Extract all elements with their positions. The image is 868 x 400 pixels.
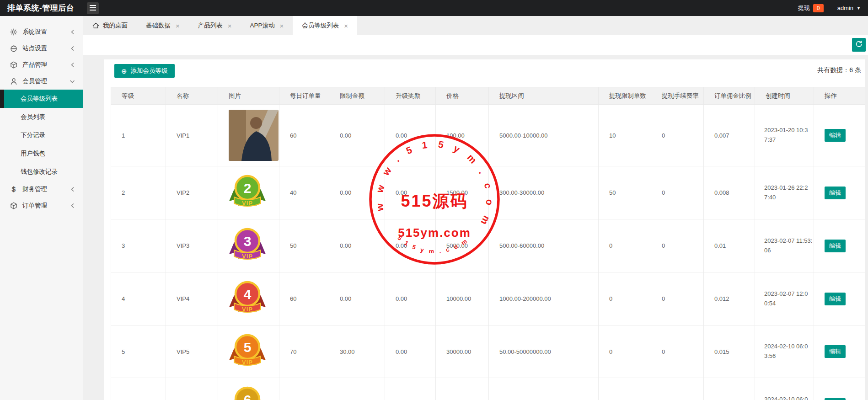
withdraw_limit-cell xyxy=(599,378,651,400)
table-header-row: 等级名称图片每日订单量限制金额升级奖励价格提现区间提现限制单数提现手续费率订单佣… xyxy=(111,87,865,105)
withdraw_fee-cell: 0 xyxy=(651,166,704,219)
column-header: 升级奖励 xyxy=(385,87,436,105)
tab-我的桌面[interactable]: 我的桌面 xyxy=(83,16,137,35)
withdraw_range-cell: 500.00-60000.00 xyxy=(489,219,599,272)
column-header: 提现限制单数 xyxy=(599,87,651,105)
tab-close-icon[interactable]: × xyxy=(280,22,284,29)
chevron-down-icon xyxy=(70,79,75,84)
sidebar-item[interactable]: 系统设置 xyxy=(0,24,83,40)
chevron-left-icon xyxy=(70,187,75,192)
tab-会员等级列表[interactable]: 会员等级列表× xyxy=(293,16,357,35)
withdraw_fee-cell: 0 xyxy=(651,105,704,166)
tab-close-icon[interactable]: × xyxy=(344,22,348,29)
add-member-level-button[interactable]: ⊕ 添加会员等级 xyxy=(114,64,175,78)
tab-基础数据[interactable]: 基础数据× xyxy=(137,16,189,35)
price-cell: 30000.00 xyxy=(436,325,489,378)
vip-badge: 2VIP xyxy=(229,175,266,209)
sidebar-subitem-label: 下分记录 xyxy=(21,131,45,139)
edit-button[interactable]: 编辑 xyxy=(825,129,846,142)
edit-button[interactable]: 编辑 xyxy=(825,293,846,305)
svg-text:6: 6 xyxy=(244,392,252,400)
level-cell: 3 xyxy=(111,219,166,272)
image-cell: 2VIP xyxy=(218,166,279,219)
commission-cell: 0.01 xyxy=(704,219,755,272)
level-cell: 4 xyxy=(111,272,166,325)
table-row: 5VIP55VIP7030.000.0030000.0050.00-500000… xyxy=(111,325,865,378)
tab-label: 基础数据 xyxy=(146,21,171,30)
svg-text:VIP: VIP xyxy=(242,359,253,366)
column-header: 每日订单量 xyxy=(279,87,329,105)
sidebar-item-label: 财务管理 xyxy=(22,185,47,193)
daily_orders-cell: 60 xyxy=(279,272,329,325)
edit-button[interactable]: 编辑 xyxy=(825,187,846,199)
sidebar-item[interactable]: $财务管理 xyxy=(0,181,83,197)
tab-label: 会员等级列表 xyxy=(302,21,339,30)
name-cell: VIP5 xyxy=(166,325,218,378)
member-level-table: 等级名称图片每日订单量限制金额升级奖励价格提现区间提现限制单数提现手续费率订单佣… xyxy=(111,87,865,400)
price-cell: 100.00 xyxy=(436,105,489,166)
edit-button[interactable]: 编辑 xyxy=(825,345,846,358)
commission-cell: 0.015 xyxy=(704,325,755,378)
dollar-icon: $ xyxy=(10,186,17,193)
tab-label: 产品列表 xyxy=(198,21,223,30)
upgrade_reward-cell: 0.00 xyxy=(385,166,436,219)
tab-close-icon[interactable]: × xyxy=(176,22,180,29)
column-header: 创建时间 xyxy=(755,87,814,105)
edit-button[interactable]: 编辑 xyxy=(825,240,846,252)
withdraw_range-cell: 300.00-30000.00 xyxy=(489,166,599,219)
withdraw_fee-cell: 0 xyxy=(651,325,704,378)
sidebar-subitem-label: 钱包修改记录 xyxy=(21,168,58,176)
column-header: 提现区间 xyxy=(489,87,599,105)
sidebar-subitem[interactable]: 下分记录 xyxy=(0,126,83,144)
cube-icon xyxy=(10,61,17,69)
withdraw_limit-cell: 0 xyxy=(599,272,651,325)
column-header: 提现手续费率 xyxy=(651,87,704,105)
toolbar-strip xyxy=(83,35,868,55)
withdraw-link[interactable]: 提现 xyxy=(798,4,810,12)
sidebar-subitem[interactable]: 钱包修改记录 xyxy=(0,163,83,181)
created-cell: 2024-02-10 06:04: xyxy=(755,378,814,400)
withdraw_range-cell: 5000.00-10000.00 xyxy=(489,105,599,166)
tab-产品列表[interactable]: 产品列表× xyxy=(189,16,241,35)
sidebar-collapse-button[interactable] xyxy=(87,2,99,14)
refresh-icon xyxy=(855,40,863,50)
withdraw_limit-cell: 50 xyxy=(599,166,651,219)
limit_amount-cell: 0.00 xyxy=(329,105,385,166)
upgrade_reward-cell: 0.00 xyxy=(385,105,436,166)
withdraw_fee-cell: 0 xyxy=(651,272,704,325)
home-icon xyxy=(92,22,99,29)
column-header: 名称 xyxy=(166,87,218,105)
sidebar-subitem-label: 会员列表 xyxy=(21,113,45,121)
action-cell: 编辑 xyxy=(814,272,865,325)
level-cell: 5 xyxy=(111,325,166,378)
sidebar-item[interactable]: 订单管理 xyxy=(0,197,83,214)
tab-bar: 我的桌面基础数据×产品列表×APP滚动×会员等级列表× xyxy=(83,16,868,35)
upgrade_reward-cell: 0.00 xyxy=(385,272,436,325)
plus-circle-icon: ⊕ xyxy=(121,68,127,75)
sidebar-subitem[interactable]: 会员等级列表 xyxy=(0,90,83,108)
column-header: 等级 xyxy=(111,87,166,105)
hamburger-icon xyxy=(90,4,96,12)
total-count-text: 共有数据：6 条 xyxy=(817,66,861,75)
refresh-button[interactable] xyxy=(852,38,866,52)
user-menu[interactable]: admin ▼ xyxy=(837,5,861,11)
sidebar-item[interactable]: 产品管理 xyxy=(0,57,83,73)
withdraw-count-badge[interactable]: 0 xyxy=(813,4,824,12)
sidebar-subitem[interactable]: 用户钱包 xyxy=(0,144,83,163)
tab-APP滚动[interactable]: APP滚动× xyxy=(241,16,293,35)
sidebar-item[interactable]: 站点设置 xyxy=(0,40,83,57)
sidebar-item-label: 订单管理 xyxy=(22,202,47,210)
tab-close-icon[interactable]: × xyxy=(228,22,232,29)
svg-text:4: 4 xyxy=(244,287,252,302)
chevron-left-icon xyxy=(70,62,75,68)
sidebar-subitem[interactable]: 会员列表 xyxy=(0,108,83,126)
user-icon xyxy=(10,78,17,85)
column-header: 操作 xyxy=(814,87,865,105)
tab-label: 我的桌面 xyxy=(103,21,128,30)
upgrade_reward-cell xyxy=(385,378,436,400)
chevron-left-icon xyxy=(70,46,75,51)
limit_amount-cell: 0.00 xyxy=(329,166,385,219)
member-photo xyxy=(229,110,279,161)
sidebar-item[interactable]: 会员管理 xyxy=(0,73,83,90)
edit-button[interactable]: 编辑 xyxy=(825,398,846,400)
